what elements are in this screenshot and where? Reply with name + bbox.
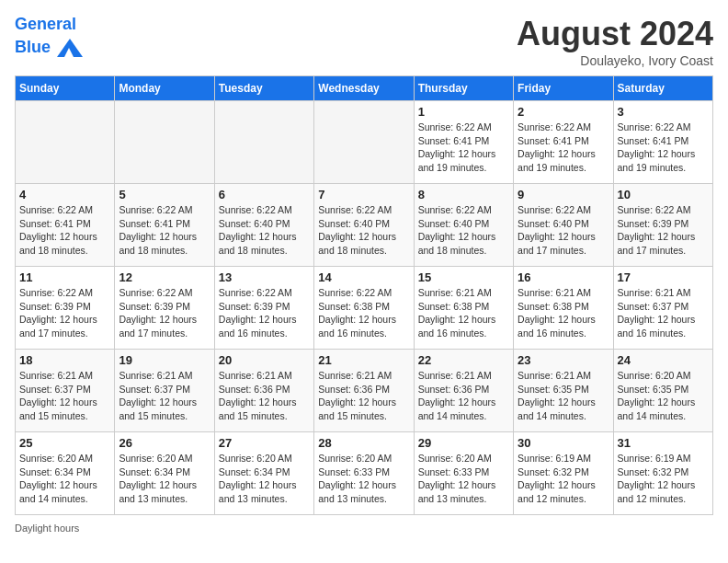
day-number: 17: [618, 270, 709, 284]
week-row-1: 1Sunrise: 6:22 AM Sunset: 6:41 PM Daylig…: [16, 101, 713, 184]
day-header-monday: Monday: [115, 76, 214, 101]
day-info: Sunrise: 6:20 AM Sunset: 6:35 PM Dayligh…: [618, 369, 709, 423]
calendar-cell: 11Sunrise: 6:22 AM Sunset: 6:39 PM Dayli…: [16, 267, 115, 350]
day-number: 12: [119, 270, 210, 284]
page-header: General Blue August 2024 Doulayeko, Ivor…: [15, 15, 713, 68]
day-info: Sunrise: 6:21 AM Sunset: 6:37 PM Dayligh…: [618, 286, 709, 340]
day-number: 2: [518, 105, 609, 119]
logo-subtext: Blue: [15, 35, 83, 61]
calendar-cell: 21Sunrise: 6:21 AM Sunset: 6:36 PM Dayli…: [314, 350, 414, 432]
month-year: August 2024: [517, 15, 713, 53]
day-number: 31: [618, 436, 709, 450]
day-number: 16: [518, 270, 609, 284]
day-info: Sunrise: 6:22 AM Sunset: 6:39 PM Dayligh…: [119, 286, 210, 340]
title-block: August 2024 Doulayeko, Ivory Coast: [517, 15, 713, 68]
day-info: Sunrise: 6:22 AM Sunset: 6:41 PM Dayligh…: [119, 203, 210, 258]
calendar-cell: 2Sunrise: 6:22 AM Sunset: 6:41 PM Daylig…: [514, 101, 613, 184]
day-number: 29: [418, 436, 509, 450]
day-number: 10: [618, 188, 709, 201]
day-number: 21: [318, 353, 409, 367]
calendar-cell: 13Sunrise: 6:22 AM Sunset: 6:39 PM Dayli…: [214, 267, 313, 350]
day-number: 6: [219, 188, 310, 201]
calendar-cell: 18Sunrise: 6:21 AM Sunset: 6:37 PM Dayli…: [16, 350, 115, 432]
day-number: 22: [418, 353, 509, 367]
day-info: Sunrise: 6:21 AM Sunset: 6:38 PM Dayligh…: [518, 286, 609, 340]
day-number: 27: [219, 436, 310, 450]
day-header-wednesday: Wednesday: [314, 76, 414, 101]
day-info: Sunrise: 6:21 AM Sunset: 6:37 PM Dayligh…: [19, 369, 110, 423]
calendar-cell: 17Sunrise: 6:21 AM Sunset: 6:37 PM Dayli…: [613, 267, 712, 350]
calendar-cell: 31Sunrise: 6:19 AM Sunset: 6:32 PM Dayli…: [613, 432, 712, 515]
day-number: 9: [518, 188, 609, 201]
day-info: Sunrise: 6:21 AM Sunset: 6:35 PM Dayligh…: [518, 369, 609, 423]
day-info: Sunrise: 6:22 AM Sunset: 6:40 PM Dayligh…: [318, 203, 409, 258]
calendar-cell: 25Sunrise: 6:20 AM Sunset: 6:34 PM Dayli…: [16, 432, 115, 515]
day-info: Sunrise: 6:22 AM Sunset: 6:41 PM Dayligh…: [618, 121, 709, 175]
day-number: 20: [219, 353, 310, 367]
day-info: Sunrise: 6:22 AM Sunset: 6:38 PM Dayligh…: [318, 286, 409, 340]
day-number: 25: [19, 436, 110, 450]
day-info: Sunrise: 6:22 AM Sunset: 6:39 PM Dayligh…: [618, 203, 709, 258]
calendar-cell: 29Sunrise: 6:20 AM Sunset: 6:33 PM Dayli…: [414, 432, 513, 515]
day-number: 3: [618, 105, 709, 119]
calendar-cell: 24Sunrise: 6:20 AM Sunset: 6:35 PM Dayli…: [613, 350, 712, 432]
calendar-cell: 1Sunrise: 6:22 AM Sunset: 6:41 PM Daylig…: [414, 101, 513, 184]
day-number: 23: [518, 353, 609, 367]
day-info: Sunrise: 6:21 AM Sunset: 6:38 PM Dayligh…: [418, 286, 509, 340]
day-number: 14: [318, 270, 409, 284]
day-info: Sunrise: 6:19 AM Sunset: 6:32 PM Dayligh…: [618, 452, 709, 506]
week-row-4: 18Sunrise: 6:21 AM Sunset: 6:37 PM Dayli…: [16, 350, 713, 432]
day-info: Sunrise: 6:20 AM Sunset: 6:34 PM Dayligh…: [219, 452, 310, 506]
calendar-cell: [214, 101, 313, 184]
footer-note: Daylight hours: [15, 523, 713, 534]
day-number: 28: [318, 436, 409, 450]
calendar-cell: [115, 101, 214, 184]
day-number: 15: [418, 270, 509, 284]
day-number: 5: [119, 188, 210, 201]
calendar-cell: 3Sunrise: 6:22 AM Sunset: 6:41 PM Daylig…: [613, 101, 712, 184]
day-number: 8: [418, 188, 509, 201]
calendar-cell: 12Sunrise: 6:22 AM Sunset: 6:39 PM Dayli…: [115, 267, 214, 350]
calendar-cell: 10Sunrise: 6:22 AM Sunset: 6:39 PM Dayli…: [613, 184, 712, 267]
day-header-friday: Friday: [514, 76, 613, 101]
calendar-cell: 8Sunrise: 6:22 AM Sunset: 6:40 PM Daylig…: [414, 184, 513, 267]
calendar-cell: 15Sunrise: 6:21 AM Sunset: 6:38 PM Dayli…: [414, 267, 513, 350]
calendar-cell: [16, 101, 115, 184]
calendar-cell: 28Sunrise: 6:20 AM Sunset: 6:33 PM Dayli…: [314, 432, 414, 515]
day-info: Sunrise: 6:19 AM Sunset: 6:32 PM Dayligh…: [518, 452, 609, 506]
day-info: Sunrise: 6:20 AM Sunset: 6:34 PM Dayligh…: [19, 452, 110, 506]
location: Doulayeko, Ivory Coast: [517, 53, 713, 68]
day-number: 1: [418, 105, 509, 119]
calendar-cell: [314, 101, 414, 184]
logo: General Blue: [15, 15, 83, 61]
day-info: Sunrise: 6:22 AM Sunset: 6:41 PM Dayligh…: [19, 203, 110, 258]
calendar-cell: 20Sunrise: 6:21 AM Sunset: 6:36 PM Dayli…: [214, 350, 313, 432]
day-number: 13: [219, 270, 310, 284]
week-row-3: 11Sunrise: 6:22 AM Sunset: 6:39 PM Dayli…: [16, 267, 713, 350]
day-header-thursday: Thursday: [414, 76, 513, 101]
day-info: Sunrise: 6:20 AM Sunset: 6:33 PM Dayligh…: [318, 452, 409, 506]
day-info: Sunrise: 6:20 AM Sunset: 6:34 PM Dayligh…: [119, 452, 210, 506]
day-header-saturday: Saturday: [613, 76, 712, 101]
calendar-cell: 19Sunrise: 6:21 AM Sunset: 6:37 PM Dayli…: [115, 350, 214, 432]
day-number: 24: [618, 353, 709, 367]
day-number: 26: [119, 436, 210, 450]
day-info: Sunrise: 6:22 AM Sunset: 6:40 PM Dayligh…: [518, 203, 609, 258]
day-header-tuesday: Tuesday: [214, 76, 313, 101]
calendar-cell: 30Sunrise: 6:19 AM Sunset: 6:32 PM Dayli…: [514, 432, 613, 515]
day-number: 19: [119, 353, 210, 367]
calendar-cell: 27Sunrise: 6:20 AM Sunset: 6:34 PM Dayli…: [214, 432, 313, 515]
calendar-cell: 16Sunrise: 6:21 AM Sunset: 6:38 PM Dayli…: [514, 267, 613, 350]
day-info: Sunrise: 6:21 AM Sunset: 6:36 PM Dayligh…: [418, 369, 509, 423]
day-number: 4: [19, 188, 110, 201]
day-info: Sunrise: 6:22 AM Sunset: 6:40 PM Dayligh…: [418, 203, 509, 258]
day-info: Sunrise: 6:22 AM Sunset: 6:41 PM Dayligh…: [518, 121, 609, 175]
calendar-cell: 23Sunrise: 6:21 AM Sunset: 6:35 PM Dayli…: [514, 350, 613, 432]
day-info: Sunrise: 6:22 AM Sunset: 6:39 PM Dayligh…: [19, 286, 110, 340]
calendar-header-row: SundayMondayTuesdayWednesdayThursdayFrid…: [16, 76, 713, 101]
day-info: Sunrise: 6:22 AM Sunset: 6:40 PM Dayligh…: [219, 203, 310, 258]
calendar-cell: 5Sunrise: 6:22 AM Sunset: 6:41 PM Daylig…: [115, 184, 214, 267]
calendar-cell: 14Sunrise: 6:22 AM Sunset: 6:38 PM Dayli…: [314, 267, 414, 350]
day-info: Sunrise: 6:22 AM Sunset: 6:39 PM Dayligh…: [219, 286, 310, 340]
day-info: Sunrise: 6:22 AM Sunset: 6:41 PM Dayligh…: [418, 121, 509, 175]
